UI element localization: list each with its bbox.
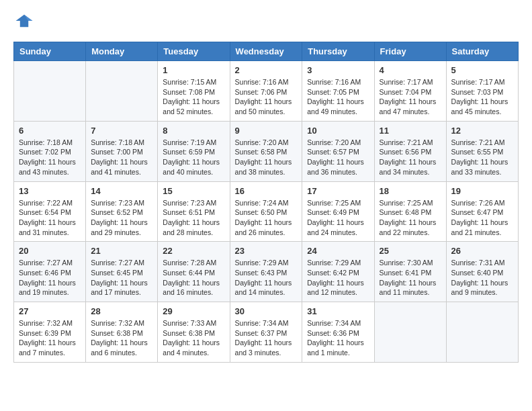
calendar-header-row: SundayMondayTuesdayWednesdayThursdayFrid…: [14, 42, 519, 61]
day-number: 11: [380, 126, 441, 136]
weekday-header: Monday: [86, 42, 158, 61]
calendar-day-cell: [446, 302, 518, 363]
day-info: Sunrise: 7:31 AM Sunset: 6:40 PM Dayligh…: [451, 258, 513, 298]
weekday-header: Wednesday: [230, 42, 302, 61]
day-number: 29: [163, 306, 224, 316]
day-number: 24: [307, 246, 369, 256]
day-number: 17: [307, 186, 369, 196]
weekday-header: Tuesday: [158, 42, 230, 61]
day-number: 8: [163, 126, 224, 136]
day-info: Sunrise: 7:32 AM Sunset: 6:38 PM Dayligh…: [91, 318, 152, 358]
day-number: 12: [451, 126, 513, 136]
day-number: 9: [235, 126, 298, 136]
day-number: 5: [451, 65, 513, 75]
day-number: 16: [235, 186, 298, 196]
calendar-day-cell: 25Sunrise: 7:30 AM Sunset: 6:41 PM Dayli…: [374, 242, 446, 302]
day-info: Sunrise: 7:18 AM Sunset: 7:00 PM Dayligh…: [91, 138, 152, 177]
day-info: Sunrise: 7:16 AM Sunset: 7:05 PM Dayligh…: [307, 77, 369, 117]
day-info: Sunrise: 7:21 AM Sunset: 6:55 PM Dayligh…: [451, 138, 513, 177]
calendar-day-cell: 20Sunrise: 7:27 AM Sunset: 6:46 PM Dayli…: [14, 242, 86, 302]
day-number: 7: [91, 126, 152, 136]
weekday-header: Sunday: [14, 42, 86, 61]
day-info: Sunrise: 7:17 AM Sunset: 7:03 PM Dayligh…: [451, 77, 513, 117]
calendar-day-cell: 9Sunrise: 7:20 AM Sunset: 6:58 PM Daylig…: [230, 121, 302, 181]
day-info: Sunrise: 7:27 AM Sunset: 6:45 PM Dayligh…: [91, 258, 152, 298]
day-info: Sunrise: 7:22 AM Sunset: 6:54 PM Dayligh…: [19, 198, 81, 238]
calendar-day-cell: 29Sunrise: 7:33 AM Sunset: 6:38 PM Dayli…: [158, 302, 230, 363]
day-info: Sunrise: 7:29 AM Sunset: 6:43 PM Dayligh…: [235, 258, 298, 298]
day-number: 13: [19, 186, 81, 196]
calendar-day-cell: 12Sunrise: 7:21 AM Sunset: 6:55 PM Dayli…: [446, 121, 518, 181]
day-info: Sunrise: 7:29 AM Sunset: 6:42 PM Dayligh…: [307, 258, 369, 298]
calendar-day-cell: 22Sunrise: 7:28 AM Sunset: 6:44 PM Dayli…: [158, 242, 230, 302]
day-number: 26: [451, 246, 513, 256]
day-number: 18: [380, 186, 441, 196]
calendar-day-cell: 1Sunrise: 7:15 AM Sunset: 7:08 PM Daylig…: [158, 61, 230, 122]
logo-icon: [15, 13, 34, 28]
day-number: 27: [19, 306, 81, 316]
calendar-day-cell: 3Sunrise: 7:16 AM Sunset: 7:05 PM Daylig…: [302, 61, 374, 122]
calendar-day-cell: 19Sunrise: 7:26 AM Sunset: 6:47 PM Dayli…: [446, 181, 518, 242]
calendar-week-row: 27Sunrise: 7:32 AM Sunset: 6:39 PM Dayli…: [14, 302, 519, 363]
weekday-header: Saturday: [446, 42, 518, 61]
calendar-week-row: 20Sunrise: 7:27 AM Sunset: 6:46 PM Dayli…: [14, 242, 519, 302]
day-number: 31: [307, 306, 369, 316]
day-number: 15: [163, 186, 224, 196]
day-info: Sunrise: 7:15 AM Sunset: 7:08 PM Dayligh…: [163, 77, 224, 117]
day-info: Sunrise: 7:33 AM Sunset: 6:38 PM Dayligh…: [163, 318, 224, 358]
calendar-day-cell: 15Sunrise: 7:23 AM Sunset: 6:51 PM Dayli…: [158, 181, 230, 242]
calendar-day-cell: 17Sunrise: 7:25 AM Sunset: 6:49 PM Dayli…: [302, 181, 374, 242]
day-info: Sunrise: 7:23 AM Sunset: 6:51 PM Dayligh…: [163, 198, 224, 238]
weekday-header: Thursday: [302, 42, 374, 61]
calendar-day-cell: [14, 61, 86, 122]
day-number: 3: [307, 65, 369, 75]
day-info: Sunrise: 7:26 AM Sunset: 6:47 PM Dayligh…: [451, 198, 513, 238]
day-info: Sunrise: 7:25 AM Sunset: 6:48 PM Dayligh…: [380, 198, 441, 238]
calendar-table: SundayMondayTuesdayWednesdayThursdayFrid…: [13, 42, 519, 363]
day-info: Sunrise: 7:24 AM Sunset: 6:50 PM Dayligh…: [235, 198, 298, 238]
day-info: Sunrise: 7:20 AM Sunset: 6:57 PM Dayligh…: [307, 138, 369, 177]
logo: [13, 13, 34, 31]
day-number: 2: [235, 65, 298, 75]
calendar-week-row: 1Sunrise: 7:15 AM Sunset: 7:08 PM Daylig…: [14, 61, 519, 122]
day-info: Sunrise: 7:17 AM Sunset: 7:04 PM Dayligh…: [380, 77, 441, 117]
day-number: 4: [380, 65, 441, 75]
calendar-day-cell: 18Sunrise: 7:25 AM Sunset: 6:48 PM Dayli…: [374, 181, 446, 242]
calendar-week-row: 6Sunrise: 7:18 AM Sunset: 7:02 PM Daylig…: [14, 121, 519, 181]
day-number: 30: [235, 306, 298, 316]
calendar-day-cell: 2Sunrise: 7:16 AM Sunset: 7:06 PM Daylig…: [230, 61, 302, 122]
day-info: Sunrise: 7:27 AM Sunset: 6:46 PM Dayligh…: [19, 258, 81, 298]
calendar-day-cell: 30Sunrise: 7:34 AM Sunset: 6:37 PM Dayli…: [230, 302, 302, 363]
calendar-day-cell: 11Sunrise: 7:21 AM Sunset: 6:56 PM Dayli…: [374, 121, 446, 181]
calendar-day-cell: 21Sunrise: 7:27 AM Sunset: 6:45 PM Dayli…: [86, 242, 158, 302]
calendar-day-cell: 27Sunrise: 7:32 AM Sunset: 6:39 PM Dayli…: [14, 302, 86, 363]
day-number: 22: [163, 246, 224, 256]
day-info: Sunrise: 7:28 AM Sunset: 6:44 PM Dayligh…: [163, 258, 224, 298]
weekday-header: Friday: [374, 42, 446, 61]
day-number: 20: [19, 246, 81, 256]
day-number: 1: [163, 65, 224, 75]
day-info: Sunrise: 7:30 AM Sunset: 6:41 PM Dayligh…: [380, 258, 441, 298]
calendar-day-cell: 8Sunrise: 7:19 AM Sunset: 6:59 PM Daylig…: [158, 121, 230, 181]
day-info: Sunrise: 7:25 AM Sunset: 6:49 PM Dayligh…: [307, 198, 369, 238]
day-info: Sunrise: 7:23 AM Sunset: 6:52 PM Dayligh…: [91, 198, 152, 238]
day-info: Sunrise: 7:18 AM Sunset: 7:02 PM Dayligh…: [19, 138, 81, 177]
calendar-day-cell: 24Sunrise: 7:29 AM Sunset: 6:42 PM Dayli…: [302, 242, 374, 302]
day-info: Sunrise: 7:34 AM Sunset: 6:37 PM Dayligh…: [235, 318, 298, 358]
day-number: 10: [307, 126, 369, 136]
day-number: 6: [19, 126, 81, 136]
day-number: 25: [380, 246, 441, 256]
calendar-day-cell: 5Sunrise: 7:17 AM Sunset: 7:03 PM Daylig…: [446, 61, 518, 122]
calendar-day-cell: 4Sunrise: 7:17 AM Sunset: 7:04 PM Daylig…: [374, 61, 446, 122]
calendar-day-cell: 16Sunrise: 7:24 AM Sunset: 6:50 PM Dayli…: [230, 181, 302, 242]
day-info: Sunrise: 7:34 AM Sunset: 6:36 PM Dayligh…: [307, 318, 369, 358]
calendar-day-cell: 28Sunrise: 7:32 AM Sunset: 6:38 PM Dayli…: [86, 302, 158, 363]
header: [13, 13, 519, 31]
calendar-day-cell: 26Sunrise: 7:31 AM Sunset: 6:40 PM Dayli…: [446, 242, 518, 302]
calendar-day-cell: 14Sunrise: 7:23 AM Sunset: 6:52 PM Dayli…: [86, 181, 158, 242]
day-info: Sunrise: 7:32 AM Sunset: 6:39 PM Dayligh…: [19, 318, 81, 358]
day-info: Sunrise: 7:16 AM Sunset: 7:06 PM Dayligh…: [235, 77, 298, 117]
day-number: 28: [91, 306, 152, 316]
calendar-day-cell: 10Sunrise: 7:20 AM Sunset: 6:57 PM Dayli…: [302, 121, 374, 181]
calendar-week-row: 13Sunrise: 7:22 AM Sunset: 6:54 PM Dayli…: [14, 181, 519, 242]
